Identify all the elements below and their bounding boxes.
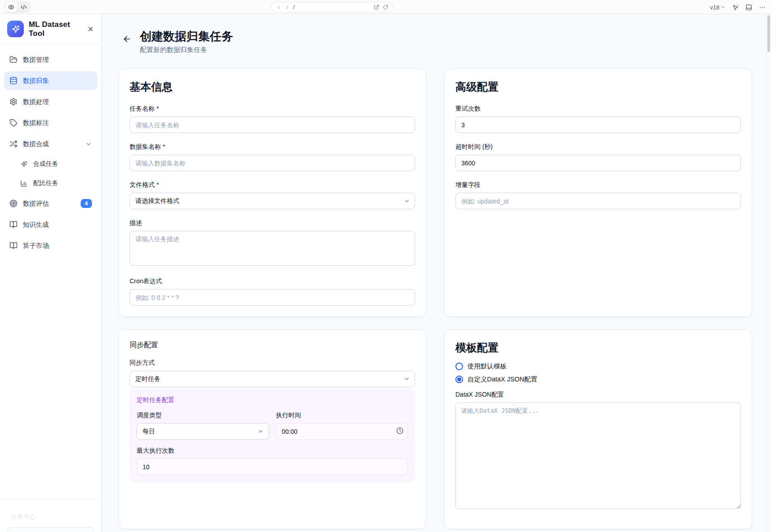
description-label: 描述 [130,219,415,227]
task-center-panel[interactable] [7,527,94,532]
sparkles-icon [20,160,28,168]
code-view-button[interactable] [18,2,30,12]
sidebar-item-label: 数据标注 [23,119,49,127]
file-format-value: 请选择文件格式 [135,197,179,205]
cron-field-group: Cron表达式 [130,277,415,306]
datax-json-textarea[interactable] [455,402,741,509]
app-window: / v18 [0,0,771,532]
execution-time-label: 执行时间 [276,411,408,420]
max-executions-input[interactable] [137,458,408,475]
sidebar-item-ratio-task[interactable]: 配比任务 [15,175,97,192]
book-open-icon [9,242,17,250]
sidebar-item-label: 数据处理 [23,98,49,106]
sidebar-item-label: 数据归集 [23,77,49,85]
app-logo [7,21,24,37]
page-header: 创建数据归集任务 配置新的数据归集任务 [118,30,752,54]
sync-mode-field-group: 同步方式 定时任务 定时任务配置 调度类型 [130,359,415,482]
sidebar-item-label: 算子市场 [23,242,49,250]
main-content: 创建数据归集任务 配置新的数据归集任务 基本信息 任务名称 * 数据集名称 * [102,14,771,532]
arrow-left-icon [122,35,131,43]
radio-button-icon[interactable] [455,363,463,370]
chevron-down-icon [721,5,725,9]
dataset-name-input[interactable] [130,155,415,171]
browser-toolbar: / v18 [0,0,771,14]
sync-config-card: 同步配置 同步方式 定时任务 定时任务配置 [118,329,426,529]
task-name-label: 任务名称 * [130,105,415,113]
sidebar-header: ML Dataset Tool [0,14,101,44]
sidebar-item-data-evaluation[interactable]: 数据评估 4 [4,194,97,213]
timeout-label: 超时时间 (秒) [455,143,741,151]
execution-time-input[interactable] [276,423,408,440]
execution-time-box [276,423,408,440]
bar-chart-icon [20,180,28,187]
database-icon [9,77,17,85]
sync-mode-value: 定时任务 [135,375,160,383]
sidebar-item-data-annotation[interactable]: 数据标注 [4,113,97,132]
chevron-down-icon[interactable] [85,141,92,147]
basic-info-card: 基本信息 任务名称 * 数据集名称 * 文件格式 * 请选择文件格式 [118,69,426,317]
nav-back-icon[interactable] [276,5,281,10]
back-button[interactable] [119,31,134,47]
datax-json-label: DataX JSON配置 [455,391,741,399]
advanced-config-title: 高级配置 [455,80,741,94]
sidebar-item-label: 合成任务 [33,160,58,168]
inspect-cursor-icon[interactable] [732,4,739,11]
app-title: ML Dataset Tool [29,20,82,38]
basic-info-title: 基本信息 [130,80,415,94]
sidebar-item-knowledge-generation[interactable]: 知识生成 [4,215,97,234]
template-config-title: 模板配置 [455,341,741,355]
version-label: v18 [710,4,719,11]
sidebar-item-data-synthesis[interactable]: 数据合成 [4,134,97,153]
sidebar-item-synthesis-task[interactable]: 合成任务 [15,156,97,173]
file-format-select[interactable]: 请选择文件格式 [130,193,415,209]
url-path: / [293,4,370,10]
sidebar-item-data-management[interactable]: 数据管理 [4,50,97,69]
evaluation-count-badge: 4 [81,199,92,208]
folder-icon [9,56,17,64]
code-icon [21,4,27,10]
sidebar-close-button[interactable] [87,26,94,33]
default-template-radio-label: 使用默认模板 [468,362,507,371]
target-icon [9,199,17,208]
incremental-input[interactable] [455,193,741,209]
more-options-icon[interactable] [759,4,766,11]
sync-mode-select[interactable]: 定时任务 [130,371,415,387]
incremental-label: 增量字段 [455,181,741,189]
tag-icon [9,119,17,127]
description-textarea[interactable] [130,231,415,266]
max-executions-field-group: 最大执行次数 [137,447,408,475]
sync-mode-label: 同步方式 [130,359,415,367]
sidebar-item-label: 数据评估 [23,199,49,208]
sidebar-item-label: 数据管理 [23,56,49,64]
retry-input[interactable] [455,117,741,133]
page-subtitle: 配置新的数据归集任务 [140,46,233,54]
sidebar-item-operator-market[interactable]: 算子市场 [4,236,97,255]
task-name-input[interactable] [130,117,415,133]
panel-bottom-icon[interactable] [745,4,752,11]
view-mode-toggle [4,1,30,13]
refresh-icon[interactable] [383,4,388,10]
file-format-label: 文件格式 * [130,181,415,189]
toolbar-right-cluster: v18 [710,0,766,14]
radio-button-icon[interactable] [455,376,463,383]
sidebar-item-data-collection[interactable]: 数据归集 [4,71,97,90]
cron-input[interactable] [130,289,415,306]
clock-icon[interactable] [396,427,403,434]
nav-forward-icon[interactable] [285,5,290,10]
preview-eye-button[interactable] [5,2,17,12]
open-external-icon[interactable] [374,4,379,10]
sidebar-footer-task-center: 任务中心 [0,499,101,532]
timeout-input[interactable] [455,155,741,171]
incremental-field-group: 增量字段 [455,181,741,209]
version-selector[interactable]: v18 [710,4,725,11]
dataset-name-label: 数据集名称 * [130,143,415,151]
custom-datax-radio-row[interactable]: 自定义DataX JSON配置 [455,375,741,384]
schedule-config-title: 定时任务配置 [137,396,408,404]
schedule-type-select[interactable]: 每日 [137,423,269,440]
url-bar[interactable]: / [271,2,393,13]
sidebar-item-data-processing[interactable]: 数据处理 [4,92,97,111]
file-format-field-group: 文件格式 * 请选择文件格式 [130,181,415,209]
default-template-radio-row[interactable]: 使用默认模板 [455,362,741,371]
scrollbar-thumb[interactable] [767,15,770,52]
sidebar: ML Dataset Tool 数据管理 [0,14,102,532]
